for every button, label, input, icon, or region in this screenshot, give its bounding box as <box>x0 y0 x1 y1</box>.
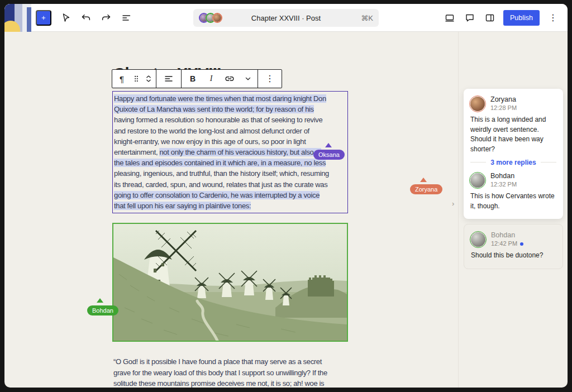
paragraph-block-2[interactable]: “O God! is it possible I have found a pl… <box>113 356 327 388</box>
bohdan-cursor-caret <box>97 298 103 303</box>
formatting-group: B I <box>182 70 258 88</box>
text: knight-errantry, we now enjoy in this ag… <box>114 137 306 146</box>
more-replies-link[interactable]: 3 more replies <box>490 159 536 166</box>
windmills-duotone-image <box>113 224 347 341</box>
text: its thread, carded, spun, and wound, rel… <box>114 180 327 189</box>
sidebar-collapse-handle[interactable]: › <box>452 199 454 208</box>
link-button[interactable] <box>220 70 240 87</box>
comment-author: Bohdan <box>491 231 523 240</box>
kebab-icon: ⋮ <box>265 74 274 83</box>
unread-dot <box>520 242 523 246</box>
divider <box>470 162 486 162</box>
preview-button[interactable] <box>441 9 459 27</box>
document-bar[interactable]: Chapter XXVIII · Post ⌘K <box>193 9 379 27</box>
logo-shape <box>27 7 31 32</box>
paragraph-line[interactable]: its thread, carded, spun, and wound, rel… <box>114 179 346 190</box>
avatar-ring <box>212 13 222 23</box>
editor-canvas: Chapter XXVIII ¶ <box>4 32 568 388</box>
publish-button[interactable]: Publish <box>503 10 540 26</box>
selected-text: the tales and episodes contained in it w… <box>114 159 326 167</box>
oksana-cursor-caret <box>325 143 332 147</box>
oksana-cursor-label: Oksana <box>313 150 345 160</box>
text: entertainment, <box>114 148 159 156</box>
comment-thread-1[interactable]: Zoryana 12:28 PM This is a long winded a… <box>464 89 563 219</box>
drag-handle[interactable] <box>130 70 142 87</box>
editor-tools <box>36 9 135 27</box>
selected-text: not only the charm of his veracious hist… <box>159 148 321 156</box>
comments-button[interactable] <box>461 9 479 27</box>
selected-text: Quixote of La Mancha was sent into the w… <box>114 105 314 113</box>
select-tool-button[interactable] <box>57 9 75 27</box>
image-block[interactable] <box>112 223 348 342</box>
paragraph-line[interactable]: “O God! is it possible I have found a pl… <box>113 356 327 367</box>
bold-button[interactable]: B <box>183 70 203 87</box>
text: having formed a resolution so honourable… <box>114 116 322 124</box>
avatar-zoryana <box>470 97 485 111</box>
chevron-down-icon <box>243 74 253 84</box>
paragraph-block-button[interactable]: ¶ <box>113 70 130 87</box>
drag-dots-icon <box>131 74 141 84</box>
italic-button[interactable]: I <box>203 70 220 87</box>
options-menu-button[interactable]: ⋮ <box>544 9 562 27</box>
paragraph-line[interactable]: the tales and episodes contained in it w… <box>114 157 346 168</box>
collaborator-avatars <box>199 13 219 23</box>
selected-text: that fell upon his ear saying in plainti… <box>114 202 251 210</box>
paragraph-line[interactable]: grave for the weary load of this body th… <box>113 367 327 379</box>
paragraph-line[interactable]: and restore to the world the long-lost a… <box>114 126 346 136</box>
selected-text: going to offer consolation to Cardenio, … <box>114 191 320 199</box>
divider <box>541 162 556 162</box>
device-preview-icon <box>444 12 455 23</box>
zoryana-comment-caret <box>420 178 427 182</box>
align-button[interactable] <box>158 70 180 87</box>
italic-icon: I <box>210 74 213 83</box>
more-formatting-button[interactable] <box>240 70 256 87</box>
paragraph-line[interactable]: having formed a resolution so honourable… <box>114 114 346 125</box>
settings-sidebar-button[interactable] <box>481 9 499 27</box>
paragraph-line[interactable]: solitude these mountains promise deceive… <box>113 378 327 388</box>
block-options-button[interactable]: ⋮ <box>259 70 280 87</box>
command-shortcut: ⌘K <box>361 14 373 22</box>
redo-icon <box>101 12 112 23</box>
block-mover[interactable] <box>142 70 155 87</box>
list-view-icon <box>121 12 132 23</box>
avatar-ring <box>469 172 486 189</box>
paragraph-block[interactable]: Happy and fortunate were the times when … <box>112 91 348 213</box>
paragraph-line[interactable]: knight-errantry, we now enjoy in this ag… <box>114 136 346 147</box>
undo-icon <box>80 12 92 23</box>
comment-author: Zoryana <box>490 95 517 104</box>
comment-thread-2[interactable]: Bohdan 12:42 PM Should this be duotone? <box>464 224 563 269</box>
text: and restore to the world the long-lost a… <box>114 127 309 135</box>
undo-button[interactable] <box>77 9 95 27</box>
paragraph-line[interactable]: Quixote of La Mancha was sent into the w… <box>114 104 346 114</box>
comment-text: Should this be duotone? <box>471 251 556 260</box>
more-replies-row: 3 more replies <box>470 159 556 166</box>
comment-time: 12:42 PM <box>491 240 523 248</box>
block-controls-group: ¶ <box>112 70 156 88</box>
editor-window: Chapter XXVIII · Post ⌘K P <box>4 4 568 388</box>
cursor-arrow-icon <box>60 12 72 23</box>
zoryana-comment-label: Zoryana <box>410 184 442 194</box>
avatar-bohdan <box>471 232 485 247</box>
paragraph-line[interactable]: entertainment, not only the charm of his… <box>114 147 346 157</box>
block-options-group: ⋮ <box>258 70 282 88</box>
document-overview-button[interactable] <box>117 9 135 27</box>
block-inserter-button[interactable] <box>36 10 51 26</box>
plus-icon <box>40 13 47 23</box>
header-actions: Publish ⋮ <box>441 9 568 27</box>
site-logo[interactable] <box>4 4 31 32</box>
paragraph-line[interactable]: Happy and fortunate were the times when … <box>114 93 346 104</box>
avatar-bohdan <box>470 173 485 188</box>
paragraph-line[interactable]: going to offer consolation to Cardenio, … <box>114 190 346 200</box>
alignment-group <box>156 70 182 88</box>
comment-text: This is how Cervantes wrote it, though. <box>470 192 556 211</box>
comment-author: Bohdan <box>490 172 517 181</box>
bohdan-cursor-label: Bohdan <box>87 305 118 315</box>
comment-time: 12:28 PM <box>490 104 517 112</box>
align-text-icon <box>163 73 174 84</box>
paragraph-line[interactable]: that fell upon his ear saying in plainti… <box>114 200 346 211</box>
redo-button[interactable] <box>97 9 115 27</box>
kebab-icon: ⋮ <box>549 13 557 22</box>
link-icon <box>224 73 235 84</box>
paragraph-line[interactable]: pleasing, ingenious, and truthful, than … <box>114 168 346 179</box>
comment-header: Bohdan 12:32 PM <box>470 172 556 188</box>
